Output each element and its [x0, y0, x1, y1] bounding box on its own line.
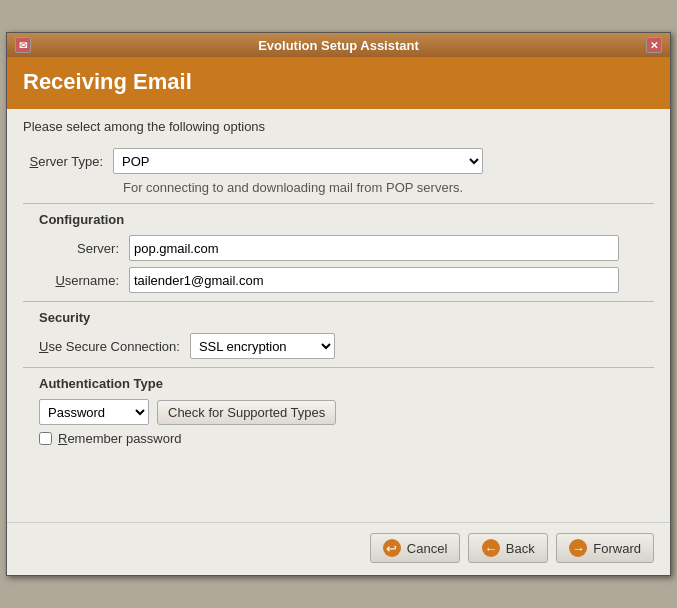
close-button[interactable]: ✕: [646, 37, 662, 53]
intro-text: Please select among the following option…: [23, 119, 654, 134]
back-button[interactable]: ← Back: [468, 533, 548, 563]
divider-3: [23, 367, 654, 368]
remember-label: Remember password: [58, 431, 182, 446]
main-window: ✉ Evolution Setup Assistant ✕ Receiving …: [6, 32, 671, 576]
titlebar: ✉ Evolution Setup Assistant ✕: [7, 33, 670, 57]
auth-label: Authentication Type: [39, 376, 654, 391]
configuration-label: Configuration: [39, 212, 654, 227]
back-label: Back: [506, 541, 535, 556]
remember-row: Remember password: [39, 431, 654, 446]
server-type-select[interactable]: POP None IMAP Exchange Maildir: [113, 148, 483, 174]
security-label: Security: [39, 310, 654, 325]
username-row: Username:: [39, 267, 654, 293]
security-row: Use Secure Connection: SSL encryption No…: [39, 333, 654, 359]
use-secure-label: Use Secure Connection:: [39, 339, 190, 354]
divider-2: [23, 301, 654, 302]
forward-button[interactable]: → Forward: [556, 533, 654, 563]
cancel-label: Cancel: [407, 541, 447, 556]
footer: ↩ Cancel ← Back → Forward: [7, 522, 670, 575]
server-type-row: Server Type: POP None IMAP Exchange Mail…: [23, 148, 654, 174]
server-type-label: Server Type:: [23, 154, 113, 169]
ssl-select[interactable]: SSL encryption No encryption TLS encrypt…: [190, 333, 335, 359]
username-input[interactable]: [129, 267, 619, 293]
server-input[interactable]: [129, 235, 619, 261]
forward-icon: →: [569, 539, 587, 557]
page-title: Receiving Email: [23, 69, 654, 95]
server-label: Server:: [39, 241, 129, 256]
window-title: Evolution Setup Assistant: [258, 38, 419, 53]
auth-type-select[interactable]: Password APOP Kerberos 5 NTLM GSSAPI: [39, 399, 149, 425]
header-section: Receiving Email: [7, 57, 670, 109]
server-type-description: For connecting to and downloading mail f…: [123, 180, 654, 195]
server-row: Server:: [39, 235, 654, 261]
cancel-button[interactable]: ↩ Cancel: [370, 533, 460, 563]
username-label: Username:: [39, 273, 129, 288]
check-supported-types-button[interactable]: Check for Supported Types: [157, 400, 336, 425]
back-icon: ←: [482, 539, 500, 557]
auth-row: Password APOP Kerberos 5 NTLM GSSAPI Che…: [39, 399, 654, 425]
remember-password-checkbox[interactable]: [39, 432, 52, 445]
email-icon: ✉: [15, 37, 31, 53]
divider-1: [23, 203, 654, 204]
cancel-icon: ↩: [383, 539, 401, 557]
forward-label: Forward: [593, 541, 641, 556]
body-section: Please select among the following option…: [7, 109, 670, 462]
